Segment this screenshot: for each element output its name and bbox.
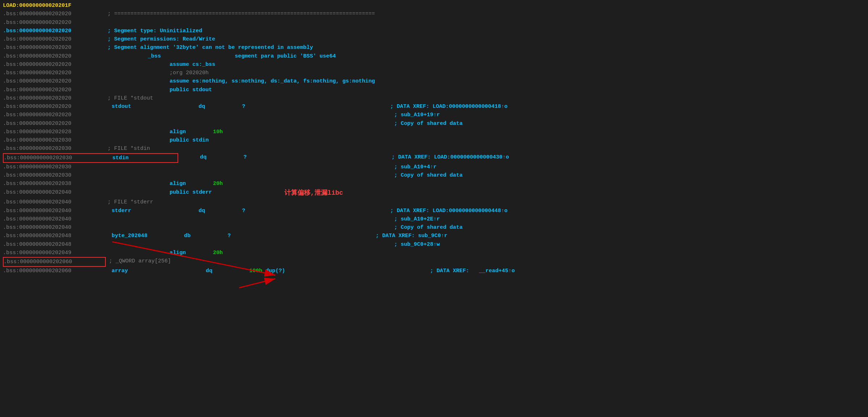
line-stdout-sub: .bss:0000000000202020 ; sub_A10+19↑r xyxy=(0,111,868,119)
addr-stderr-copy: .bss:0000000000202040 xyxy=(3,223,104,232)
align-20h-2-mnem: align xyxy=(170,249,213,257)
stdin-xref: ; DATA XREF: LOAD:0000000000000430↑o xyxy=(392,153,509,163)
addr-file-stderr: .bss:0000000000202040 xyxy=(3,198,104,206)
addr-1: .bss:0000000000202020 xyxy=(3,10,104,18)
assume-es-operand: assume es:nothing, ss:nothing, ds:_data,… xyxy=(170,77,375,85)
addr-array-dq: .bss:0000000000202060 xyxy=(3,267,104,275)
stdin-operand: ? xyxy=(243,153,247,163)
code-view: LOAD:000000000020201F .bss:0000000000202… xyxy=(0,0,868,277)
stdin-label: stdin xyxy=(112,154,178,162)
stderr-xref: ; DATA XREF: LOAD:0000000000000448↑o xyxy=(390,207,508,215)
line-stderr-copy: .bss:0000000000202040 ; Copy of shared d… xyxy=(0,223,868,232)
line-bss-seg: .bss:0000000000202020 _bss segment para … xyxy=(0,52,868,60)
addr-align-20h-1: .bss:0000000000202038 xyxy=(3,180,104,188)
seg-perm-comment: ; Segment permissions: Read/Write xyxy=(104,35,215,43)
addr-blank1: .bss:0000000000202020 xyxy=(3,18,104,27)
line-align-20h-2: .bss:0000000000202049 align 20h xyxy=(0,249,868,257)
align-10h-mnem: align xyxy=(170,128,213,136)
stdout-mnem: dq xyxy=(199,102,242,111)
byte-202048-label: byte_202048 xyxy=(112,232,177,240)
stdout-sub-comment: ; sub_A10+19↑r xyxy=(394,111,440,119)
line-sep: .bss:0000000000202020 ; ================… xyxy=(0,10,868,18)
addr-stdout-dq: .bss:0000000000202020 xyxy=(3,102,104,111)
addr-load: LOAD:000000000020201F xyxy=(3,1,71,10)
line-seg-type: .bss:0000000000202020 ; Segment type: Un… xyxy=(0,27,868,35)
line-pub-stdout: .bss:0000000000202020 public stdout xyxy=(0,86,868,94)
line-align-20h-1: .bss:0000000000202038 align 20h xyxy=(0,180,868,188)
stdout-label: stdout xyxy=(112,102,177,111)
addr-file-stdout: .bss:0000000000202020 xyxy=(3,94,104,102)
assume-cs-operand: assume cs:_bss xyxy=(170,60,215,69)
addr-pub-stderr: .bss:0000000000202040 xyxy=(3,188,104,198)
seg-align-comment: ; Segment alignment '32byte' can not be … xyxy=(104,43,313,52)
line-stdout-copy: .bss:0000000000202020 ; Copy of shared d… xyxy=(0,119,868,128)
annotation-libc: 计算偏移,泄漏libc xyxy=(284,188,343,198)
bss-operand: segment para public 'BSS' use64 xyxy=(235,52,336,60)
stdout-xref: ; DATA XREF: LOAD:0000000000000418↑o xyxy=(390,102,508,111)
align-20h-1-mnem: align xyxy=(170,180,213,188)
addr-stdin-sub: .bss:0000000000202030 xyxy=(3,163,104,171)
line-pub-stdin: .bss:0000000000202030 public stdin xyxy=(0,136,868,144)
sep-line: ; ======================================… xyxy=(104,10,375,18)
addr-bss-seg: .bss:0000000000202020 xyxy=(3,52,104,60)
addr-stdout-copy: .bss:0000000000202020 xyxy=(3,119,104,128)
line-file-stdout: .bss:0000000000202020 ; FILE *stdout xyxy=(0,94,868,102)
org-comment: ;org 202020h xyxy=(170,69,209,77)
line-org: .bss:0000000000202020 ;org 202020h xyxy=(0,69,868,77)
stderr-operand: ? xyxy=(242,207,245,215)
byte-202048-operand: ? xyxy=(228,232,231,240)
line-seg-align: .bss:0000000000202020 ; Segment alignmen… xyxy=(0,43,868,52)
addr-stdout-sub: .bss:0000000000202020 xyxy=(3,111,104,119)
line-stderr-sub: .bss:0000000000202040 ; sub_A10+2E↑r xyxy=(0,215,868,223)
addr-align-10h: .bss:0000000000202028 xyxy=(3,128,104,136)
align-20h-1-val: 20h xyxy=(213,180,223,188)
addr-stderr-dq: .bss:0000000000202040 xyxy=(3,207,104,215)
array-mnem: dq xyxy=(206,267,249,275)
byte-202048-mnem: db xyxy=(184,232,228,240)
line-array-comment: .bss:0000000000202060 ; _QWORD array[256… xyxy=(0,257,868,267)
align-20h-2-val: 20h xyxy=(213,249,223,257)
line-byte-202048: .bss:0000000000202048 byte_202048 db ? ;… xyxy=(0,232,868,240)
line-stdout-dq: .bss:0000000000202020 stdout dq ? ; DATA… xyxy=(0,102,868,111)
array-type-comment: ; _QWORD array[256] xyxy=(106,257,171,267)
line-pub-stderr: .bss:0000000000202040 public stderr 计算偏移… xyxy=(0,188,868,198)
line-file-stderr: .bss:0000000000202040 ; FILE *stderr xyxy=(0,198,868,206)
addr-array-comment: .bss:0000000000202060 xyxy=(4,258,105,266)
addr-pub-stdout: .bss:0000000000202020 xyxy=(3,86,104,94)
stdin-mnem: dq xyxy=(200,153,243,163)
line-blank1: .bss:0000000000202020 xyxy=(0,18,868,27)
line-align-10h: .bss:0000000000202028 align 10h xyxy=(0,128,868,136)
pub-stdin-operand: public stdin xyxy=(170,136,209,144)
addr-assume-es: .bss:0000000000202020 xyxy=(3,77,104,85)
stderr-copy-comment: ; Copy of shared data xyxy=(394,223,463,232)
addr-stdin-dq: .bss:0000000000202030 xyxy=(4,154,105,162)
line-assume-es: .bss:0000000000202020 assume es:nothing,… xyxy=(0,77,868,85)
addr-assume-cs: .bss:0000000000202020 xyxy=(3,60,104,69)
stdin-sub-comment: ; sub_A10+4↑r xyxy=(394,163,437,171)
stderr-mnem: dq xyxy=(199,207,242,215)
line-stdin-sub: .bss:0000000000202030 ; sub_A10+4↑r xyxy=(0,163,868,171)
pub-stderr-operand: public stderr xyxy=(170,188,212,198)
addr-seg-type: .bss:0000000000202020 xyxy=(3,27,104,35)
addr-seg-align: .bss:0000000000202020 xyxy=(3,43,104,52)
addr-byte-202048: .bss:0000000000202048 xyxy=(3,232,104,240)
line-assume-cs: .bss:0000000000202020 assume cs:_bss xyxy=(0,60,868,69)
stderr-label: stderr xyxy=(112,207,177,215)
line-array-dq: .bss:0000000000202060 array dq 100h dup(… xyxy=(0,267,868,275)
line-stderr-dq: .bss:0000000000202040 stderr dq ? ; DATA… xyxy=(0,207,868,215)
line-load: LOAD:000000000020201F xyxy=(0,1,868,10)
byte-202048-sub-comment: ; sub_9C0+28↑w xyxy=(394,240,440,249)
addr-byte-202048-sub: .bss:0000000000202048 xyxy=(3,240,104,249)
byte-202048-xref: ; DATA XREF: sub_9C0↑r xyxy=(376,232,447,240)
stdin-copy-comment: ; Copy of shared data xyxy=(394,171,463,180)
line-seg-perm: .bss:0000000000202020 ; Segment permissi… xyxy=(0,35,868,43)
seg-type-comment: ; Segment type: Uninitialized xyxy=(104,27,202,35)
addr-stderr-sub: .bss:0000000000202040 xyxy=(3,215,104,223)
addr-pub-stdin: .bss:0000000000202030 xyxy=(3,136,104,144)
arrow2 xyxy=(239,279,275,288)
addr-file-stdin: .bss:0000000000202030 xyxy=(3,144,104,153)
pub-stdout-operand: public stdout xyxy=(170,86,212,94)
array-xref: ; DATA XREF: __read+45↑o xyxy=(430,267,515,275)
line-stdin-dq: .bss:0000000000202030 stdin dq ? ; DATA … xyxy=(0,153,868,163)
file-stdin-comment: ; FILE *stdin xyxy=(104,144,150,153)
